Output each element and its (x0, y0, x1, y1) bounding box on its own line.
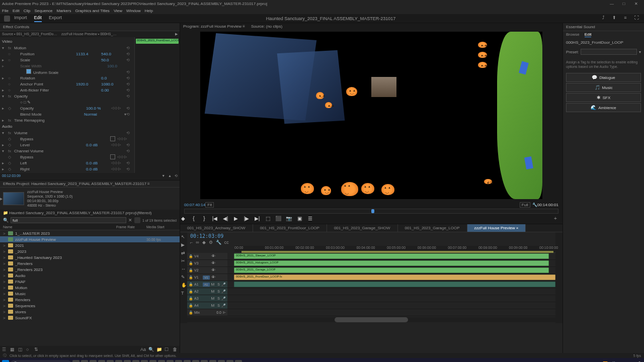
track-content[interactable]: 000HS_2021_Hologram_LOOP (227, 260, 555, 266)
tl-settings-icon[interactable]: ⚙ (209, 240, 213, 245)
track-toggle-icon[interactable]: M (211, 303, 216, 308)
volume-section[interactable]: Volume (14, 131, 126, 135)
left-prop[interactable]: Left (14, 161, 86, 165)
track-toggle-icon[interactable]: M (211, 289, 216, 294)
es-browse-tab[interactable]: Browse (566, 32, 580, 37)
menu-sequence[interactable]: Sequence (34, 9, 52, 13)
project-item[interactable]: >_2023 (0, 248, 180, 254)
project-item[interactable]: >_Haunted Sanctuary 2023 (0, 254, 180, 260)
track-content[interactable] (227, 281, 555, 288)
share-icon[interactable]: ⬆ (611, 15, 618, 22)
task-icon[interactable] (81, 360, 88, 362)
track-toggle-icon[interactable]: 👁 (211, 268, 216, 273)
project-new-item-icon[interactable] (134, 217, 140, 223)
es-preset-menu-icon[interactable]: ▾ (639, 50, 641, 54)
bypass2-prop[interactable]: Bypass (14, 155, 110, 159)
add-marker-icon[interactable]: ◆ (180, 216, 186, 222)
timeline-clip[interactable]: 000HS_2021_Garage_LOOP (234, 267, 549, 273)
task-icon[interactable] (72, 360, 79, 362)
track-toggle-icon[interactable]: 👁 (211, 254, 216, 258)
razor-tool-icon[interactable]: ✂ (181, 258, 186, 263)
search-clear-icon[interactable]: ✕ (128, 218, 132, 223)
task-icon[interactable] (175, 360, 182, 362)
time-remap-section[interactable]: Time Remapping (14, 118, 132, 123)
task-icon[interactable] (158, 360, 165, 362)
program-ruler[interactable] (184, 209, 558, 214)
track-header[interactable]: 🔒V4👁 (187, 253, 227, 259)
project-item[interactable]: >Music (0, 291, 180, 297)
go-to-in-icon[interactable]: |◀ (212, 216, 218, 222)
menu-file[interactable]: File (2, 9, 9, 13)
solo-icon[interactable]: S (217, 290, 220, 293)
level-prop[interactable]: Level (14, 143, 86, 147)
project-item[interactable]: >1_...MASTER 2023 (0, 230, 180, 236)
ripple-tool-icon[interactable]: ⇄ (181, 250, 186, 255)
timeline-tab[interactable]: 001_HS_2023_Garage_LOOP (398, 224, 467, 232)
task-icon[interactable] (98, 360, 105, 362)
project-item[interactable]: >Sequences (0, 303, 180, 309)
task-icon[interactable] (235, 360, 242, 362)
delete-icon[interactable]: 🗑 (173, 347, 178, 352)
project-item[interactable]: >2021 (0, 242, 180, 248)
track-lock-icon[interactable]: 🔒 (189, 268, 193, 273)
es-tag-button[interactable]: 🎵Music (566, 83, 641, 92)
source-monitor-tab[interactable]: Source: (no clips) (251, 24, 282, 29)
maximize-button[interactable]: □ (618, 2, 630, 6)
task-icon[interactable] (132, 360, 139, 362)
menu-clip[interactable]: Clip (24, 9, 31, 13)
tab-export[interactable]: Export (49, 15, 62, 22)
scale-prop[interactable]: Scale (14, 58, 101, 62)
source-tab-1[interactable]: Source • 001_HS_2023_FrontDoor_L... (2, 32, 57, 36)
task-icon[interactable] (107, 360, 114, 362)
find-icon[interactable]: 🔍 (148, 347, 153, 352)
opacity-section[interactable]: Opacity (14, 94, 126, 99)
track-lock-icon[interactable]: 🔒 (189, 254, 193, 258)
timeline-tab[interactable]: zzzFull House Preview × (467, 224, 526, 232)
minimize-button[interactable]: — (606, 2, 618, 6)
task-icon[interactable] (218, 360, 225, 362)
source-tab-2[interactable]: zzzFull House Preview • 000HS_2023_Front… (61, 32, 117, 36)
zoom-slider[interactable]: ○ (26, 347, 31, 352)
project-panel-header[interactable]: Effects Project: Haunted Sanctuary_2023_… (0, 180, 180, 188)
list-view-icon[interactable]: ☰ (2, 347, 7, 352)
task-icon[interactable] (141, 360, 148, 362)
track-content[interactable]: 000HS_2021_FrontDoor_LOOP fx (227, 274, 555, 281)
antiflicker-prop[interactable]: Anti-flicker Filter (14, 88, 101, 93)
taskbar-search[interactable]: 🔍 Search (11, 360, 71, 362)
rotation-prop[interactable]: Rotation (14, 76, 101, 80)
effect-controls-tab[interactable]: Effect Controls (0, 23, 180, 31)
export-frame-icon[interactable]: 📷 (286, 216, 292, 222)
position-prop[interactable]: Position (14, 52, 76, 56)
es-preset-dropdown[interactable] (581, 49, 637, 55)
sort-icon[interactable]: ⇅ (34, 347, 39, 352)
program-tc-current[interactable]: 00:07:40:14 (184, 203, 205, 207)
effect-sort-icon[interactable]: ⟲ (175, 174, 178, 179)
es-tag-button[interactable]: 💬Dialogue (566, 73, 641, 82)
voice-icon[interactable]: 🎤 (221, 297, 226, 301)
selection-tool-icon[interactable]: ↖ (181, 234, 186, 239)
step-back-icon[interactable]: ◀| (222, 216, 228, 222)
track-header[interactable]: 🔒A3MS🎤 (187, 295, 227, 302)
track-toggle-icon[interactable]: M (211, 282, 216, 287)
task-icon[interactable] (115, 360, 122, 362)
task-icon[interactable] (184, 360, 191, 362)
timeline-clip[interactable]: 000HS_2021_FrontDoor_LOOP fx (234, 275, 555, 280)
opacity-prop[interactable]: Opacity (14, 106, 86, 111)
timeline-tab[interactable]: 001_HS_2023_Garage_SHOW (327, 224, 398, 232)
essential-sound-tab[interactable]: Essential Sound (563, 23, 644, 31)
es-tag-button[interactable]: 🌊Ambience (566, 103, 641, 112)
mark-in-icon[interactable]: { (191, 216, 197, 222)
timeline-tab[interactable]: 001_HS_2023_Archway_SHOW (180, 224, 253, 232)
col-name[interactable]: Name (3, 225, 116, 229)
voice-icon[interactable]: 🎤 (221, 290, 226, 294)
slip-tool-icon[interactable]: ↔ (181, 266, 186, 272)
tab-import[interactable]: Import (14, 15, 27, 22)
track-content[interactable] (227, 295, 555, 302)
workspace-menu-icon[interactable]: ≡ (622, 15, 629, 22)
add-button-icon[interactable]: + (552, 216, 558, 222)
project-item[interactable]: >SoundFX (0, 315, 180, 321)
comparison-view-icon[interactable]: ▣ (296, 216, 302, 222)
track-toggle-icon[interactable]: M (211, 296, 216, 301)
track-content[interactable]: 000HS_2021_Sleeper_LOOP (227, 253, 555, 259)
project-item[interactable]: >Audio (0, 273, 180, 279)
